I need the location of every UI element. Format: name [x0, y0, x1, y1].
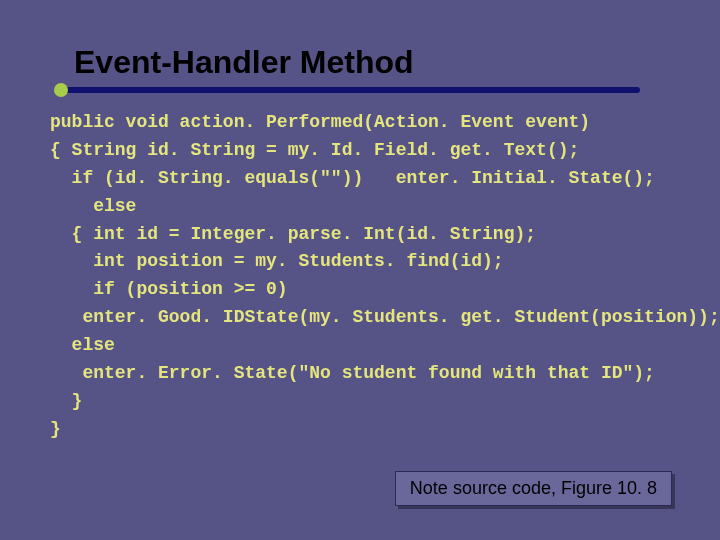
code-line: enter. Error. State("No student found wi… — [50, 363, 655, 383]
code-line: if (id. String. equals("")) enter. Initi… — [50, 168, 655, 188]
code-line: { int id = Integer. parse. Int(id. Strin… — [50, 224, 536, 244]
code-line: else — [50, 335, 115, 355]
title-bullet-icon — [54, 83, 68, 97]
code-line: else — [50, 196, 136, 216]
code-block: public void action. Performed(Action. Ev… — [50, 109, 670, 444]
slide-title: Event-Handler Method — [50, 44, 670, 81]
code-line: { String id. String = my. Id. Field. get… — [50, 140, 579, 160]
title-underline — [58, 87, 640, 93]
code-line: int position = my. Students. find(id); — [50, 251, 504, 271]
code-line: } — [50, 419, 61, 439]
code-line: public void action. Performed(Action. Ev… — [50, 112, 590, 132]
note-box: Note source code, Figure 10. 8 — [395, 471, 672, 506]
note-text: Note source code, Figure 10. 8 — [410, 478, 657, 498]
code-line: if (position >= 0) — [50, 279, 288, 299]
code-line: } — [50, 391, 82, 411]
slide: Event-Handler Method public void action.… — [0, 0, 720, 540]
code-line: enter. Good. IDState(my. Students. get. … — [50, 307, 720, 327]
title-wrap: Event-Handler Method — [50, 44, 670, 81]
